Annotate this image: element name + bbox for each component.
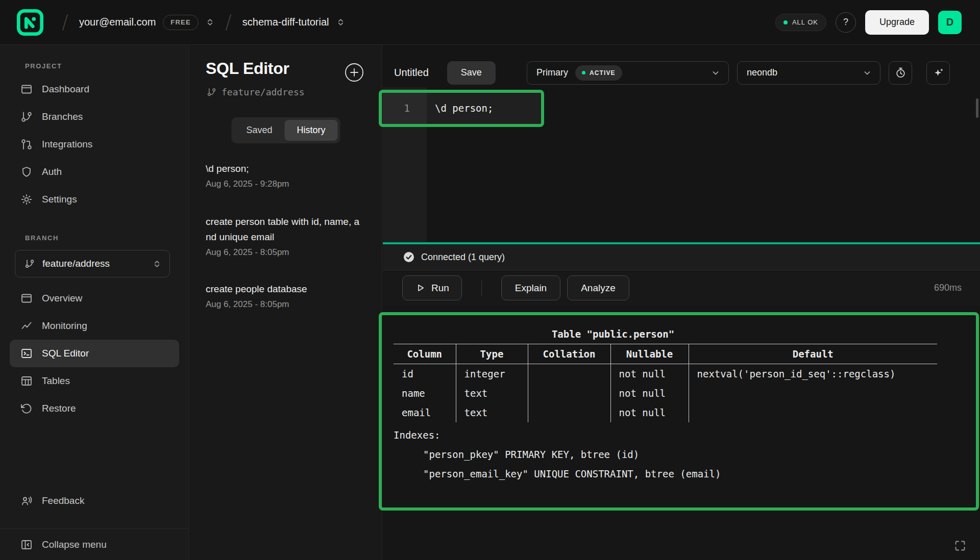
- cell: text: [456, 384, 528, 403]
- editor-toolbar-right: Primary ACTIVE neondb: [527, 61, 950, 85]
- sparkles-icon: [933, 67, 944, 79]
- compute-select-value: Primary: [536, 67, 568, 78]
- status-badge[interactable]: ALL OK: [775, 14, 826, 31]
- sidebar-item-label: Restore: [42, 403, 76, 414]
- help-button[interactable]: ?: [836, 12, 856, 33]
- table-row: id integer not null nextval('person_id_s…: [394, 364, 937, 384]
- database-select-value: neondb: [747, 67, 777, 78]
- neon-console: your@email.com FREE schema-diff-tutorial…: [0, 0, 980, 560]
- dashboard-icon: [20, 83, 33, 95]
- query-actions-bar: Run Explain Analyze 690ms: [383, 270, 980, 306]
- feedback-icon: [20, 495, 33, 507]
- query-history-button[interactable]: [889, 61, 912, 85]
- history-item[interactable]: create person table with id, name, and u…: [206, 214, 361, 258]
- sidebar-item-overview[interactable]: Overview: [10, 285, 179, 312]
- status-dot-icon: [582, 71, 585, 74]
- column-header: Nullable: [610, 344, 689, 364]
- git-branch-icon: [24, 259, 35, 269]
- overview-icon: [20, 292, 33, 304]
- account-selector[interactable]: your@email.com FREE: [74, 9, 219, 36]
- sidebar-item-sql-editor[interactable]: SQL Editor: [10, 340, 179, 367]
- sidebar-item-monitoring[interactable]: Monitoring: [10, 312, 179, 340]
- save-button[interactable]: Save: [447, 61, 496, 85]
- column-header: Collation: [528, 344, 610, 364]
- sidebar: PROJECT Dashboard Branches Integrations …: [0, 45, 189, 560]
- section-label-project: PROJECT: [0, 62, 62, 70]
- tab-history[interactable]: History: [285, 120, 338, 141]
- results-panel: Table "public.person" Column Type Collat…: [383, 306, 980, 560]
- project-selector[interactable]: schema-diff-tutorial: [237, 9, 350, 36]
- gear-icon: [20, 193, 33, 206]
- branch-selector[interactable]: feature/address: [15, 250, 170, 277]
- plus-circle-icon: [344, 62, 365, 83]
- sidebar-item-label: Feedback: [42, 495, 84, 506]
- history-item[interactable]: \d person; Aug 6, 2025 - 9:28pm: [206, 161, 361, 189]
- run-button[interactable]: Run: [402, 275, 462, 300]
- query-tab[interactable]: Untitled: [394, 67, 429, 79]
- analyze-button[interactable]: Analyze: [567, 275, 629, 300]
- cell: [689, 384, 937, 403]
- sidebar-item-auth[interactable]: Auth: [10, 158, 179, 186]
- sidebar-item-tables[interactable]: Tables: [10, 367, 179, 395]
- chevron-updown-icon: [206, 18, 214, 27]
- cell: not null: [610, 364, 689, 384]
- code-line[interactable]: 1 \d person;: [383, 98, 980, 118]
- database-select[interactable]: neondb: [737, 61, 880, 85]
- sidebar-item-settings[interactable]: Settings: [10, 186, 179, 213]
- cell: not null: [610, 384, 689, 403]
- expand-icon[interactable]: [954, 540, 966, 552]
- compute-select[interactable]: Primary ACTIVE: [527, 61, 729, 85]
- connection-status: Connected (1 query): [421, 252, 505, 263]
- history-item[interactable]: create people database Aug 6, 2025 - 8:0…: [206, 282, 361, 310]
- avatar[interactable]: D: [938, 11, 962, 34]
- sql-editor-icon: [20, 347, 33, 360]
- sql-editor-canvas[interactable]: 1 \d person;: [383, 87, 980, 242]
- line-number: 1: [383, 103, 427, 114]
- chevron-down-icon: [863, 68, 872, 78]
- history-item-title: create people database: [206, 282, 361, 297]
- plan-badge: FREE: [163, 15, 198, 30]
- history-item-title: \d person;: [206, 161, 361, 176]
- account-email: your@email.com: [79, 16, 156, 28]
- indexes-section: Indexes: "person_pkey" PRIMARY KEY, btre…: [394, 425, 937, 483]
- result-table: Column Type Collation Nullable Default i…: [394, 344, 937, 422]
- result-header-row: Column Type Collation Nullable Default: [394, 344, 937, 364]
- compute-status-text: ACTIVE: [590, 69, 616, 77]
- neon-logo[interactable]: [16, 9, 44, 36]
- cell: text: [456, 403, 528, 422]
- panel-branch-name: feature/address: [222, 87, 305, 97]
- sidebar-item-branches[interactable]: Branches: [10, 103, 179, 131]
- collapse-menu-button[interactable]: Collapse menu: [0, 528, 189, 560]
- sidebar-item-label: Tables: [42, 375, 70, 387]
- panel-branch-indicator: feature/address: [207, 87, 305, 97]
- cell: not null: [610, 403, 689, 422]
- project-nav: Dashboard Branches Integrations Auth Set…: [0, 75, 189, 213]
- editor-toolbar: Untitled Save Primary ACTIVE neondb: [383, 45, 980, 87]
- query-result-output: Table "public.person" Column Type Collat…: [394, 324, 937, 483]
- new-query-button[interactable]: [344, 62, 365, 83]
- integrations-icon: [20, 138, 33, 150]
- status-text: ALL OK: [792, 18, 818, 26]
- index-entry: "person_email_key" UNIQUE CONSTRAINT, bt…: [394, 464, 937, 483]
- tables-icon: [20, 375, 33, 387]
- sidebar-item-dashboard[interactable]: Dashboard: [10, 75, 179, 103]
- branch-selector-value: feature/address: [42, 258, 145, 269]
- sidebar-item-label: Settings: [42, 194, 77, 205]
- indexes-label: Indexes:: [394, 425, 937, 445]
- sidebar-item-integrations[interactable]: Integrations: [10, 131, 179, 158]
- timer-icon: [895, 67, 906, 79]
- sidebar-item-label: Integrations: [42, 139, 92, 150]
- run-label: Run: [431, 283, 449, 294]
- sidebar-item-label: Branches: [42, 111, 83, 122]
- breadcrumb-separator: [225, 13, 232, 32]
- ai-assistant-button[interactable]: [926, 61, 950, 85]
- scrollbar-thumb[interactable]: [976, 98, 978, 118]
- sidebar-item-label: SQL Editor: [42, 348, 89, 359]
- upgrade-button[interactable]: Upgrade: [865, 10, 929, 35]
- sidebar-item-restore[interactable]: Restore: [10, 395, 179, 422]
- explain-button[interactable]: Explain: [501, 275, 560, 300]
- sidebar-item-feedback[interactable]: Feedback: [10, 487, 179, 515]
- index-entry: "person_pkey" PRIMARY KEY, btree (id): [394, 445, 937, 464]
- tab-saved[interactable]: Saved: [234, 120, 284, 141]
- sidebar-item-label: Overview: [42, 293, 82, 304]
